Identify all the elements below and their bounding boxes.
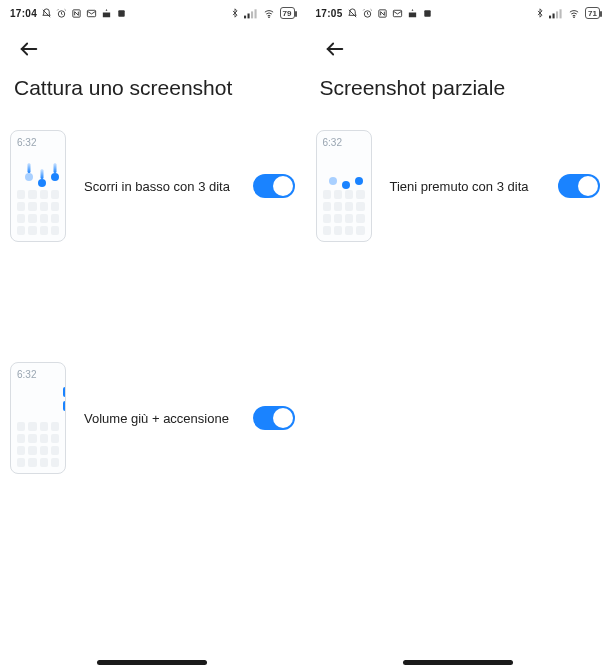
back-button[interactable] xyxy=(14,34,44,64)
wifi-icon xyxy=(567,8,581,19)
bluetooth-icon xyxy=(230,7,240,19)
mail-icon xyxy=(392,8,403,19)
svg-rect-19 xyxy=(560,9,562,18)
alarm-icon xyxy=(56,8,67,19)
status-time: 17:04 xyxy=(10,8,37,19)
bluetooth-icon xyxy=(535,7,545,19)
misc-icon xyxy=(422,8,433,19)
status-time: 17:05 xyxy=(316,8,343,19)
app-icon xyxy=(407,8,418,19)
battery-indicator: 71 xyxy=(585,7,600,19)
toggle-volume-power[interactable] xyxy=(253,406,295,430)
svg-rect-5 xyxy=(244,15,246,18)
gesture-preview: 6:32 xyxy=(10,130,66,242)
option-volume-power: 6:32 Volume giù + accensione xyxy=(10,362,295,474)
svg-rect-7 xyxy=(251,11,253,18)
signal-icon xyxy=(244,8,258,19)
svg-point-20 xyxy=(574,16,575,17)
svg-rect-6 xyxy=(247,13,249,18)
nfc-icon xyxy=(377,8,388,19)
option-label: Scorri in basso con 3 dita xyxy=(84,179,235,194)
toggle-hold-3-fingers[interactable] xyxy=(558,174,600,198)
status-bar: 17:05 71 xyxy=(306,0,611,26)
arrow-left-icon xyxy=(324,38,346,60)
phone-left: 17:04 79 Cattura uno screenshot xyxy=(0,0,305,671)
svg-point-9 xyxy=(268,16,269,17)
status-bar: 17:04 79 xyxy=(0,0,305,26)
page-title: Screenshot parziale xyxy=(306,64,611,110)
svg-rect-18 xyxy=(556,11,558,18)
signal-icon xyxy=(549,8,563,19)
alarm-icon xyxy=(362,8,373,19)
option-swipe-3-fingers: 6:32 Scorri in basso con 3 dita xyxy=(10,130,295,242)
mail-icon xyxy=(86,8,97,19)
svg-rect-17 xyxy=(553,13,555,18)
nav-pill[interactable] xyxy=(97,660,207,665)
misc-icon xyxy=(116,8,127,19)
dnd-icon xyxy=(347,8,358,19)
back-button[interactable] xyxy=(320,34,350,64)
option-label: Volume giù + accensione xyxy=(84,411,235,426)
settings-list: 6:32 Tieni premuto con 3 dita xyxy=(306,110,611,242)
svg-rect-16 xyxy=(549,15,551,18)
page-title: Cattura uno screenshot xyxy=(0,64,305,110)
battery-indicator: 79 xyxy=(280,7,295,19)
app-icon xyxy=(101,8,112,19)
option-label: Tieni premuto con 3 dita xyxy=(390,179,541,194)
gesture-preview: 6:32 xyxy=(10,362,66,474)
wifi-icon xyxy=(262,8,276,19)
nfc-icon xyxy=(71,8,82,19)
settings-list: 6:32 Scorri in basso con 3 dita 6:32 xyxy=(0,110,305,474)
svg-rect-8 xyxy=(254,9,256,18)
toggle-swipe-3-fingers[interactable] xyxy=(253,174,295,198)
dnd-icon xyxy=(41,8,52,19)
nav-pill[interactable] xyxy=(403,660,513,665)
gesture-preview: 6:32 xyxy=(316,130,372,242)
phone-right: 17:05 71 Screenshot parziale xyxy=(305,0,611,671)
option-hold-3-fingers: 6:32 Tieni premuto con 3 dita xyxy=(316,130,601,242)
svg-rect-15 xyxy=(424,10,430,16)
header xyxy=(0,26,305,64)
arrow-left-icon xyxy=(18,38,40,60)
svg-rect-4 xyxy=(118,10,124,16)
header xyxy=(306,26,611,64)
